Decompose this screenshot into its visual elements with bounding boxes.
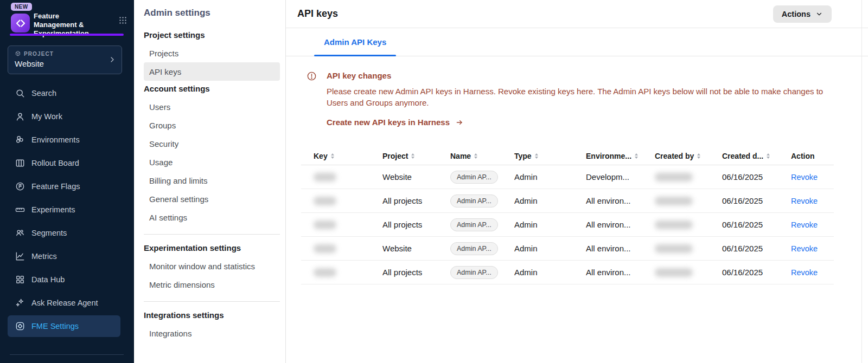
notice-title: API key changes <box>327 71 826 80</box>
sidebar-item[interactable]: My Work <box>8 106 120 127</box>
chevron-right-icon <box>108 55 117 64</box>
main-header: API keys Actions <box>286 0 868 28</box>
sidebar-item-label: Data Hub <box>31 275 65 284</box>
settings-nav-item[interactable]: Usage <box>144 153 280 171</box>
type-cell: Admin <box>514 268 586 277</box>
sidebar-item-icon <box>15 204 25 215</box>
split-logo-icon <box>11 14 30 33</box>
table-column-header[interactable]: Key <box>314 152 382 160</box>
sidebar-item-icon <box>15 321 25 332</box>
sort-icon <box>535 153 538 159</box>
settings-nav-item[interactable]: Monitor window and statistics <box>144 257 280 275</box>
sidebar-nav: Search My Work Environments Roll <box>0 82 134 339</box>
settings-nav-panel: Admin settings Project settings Projects… <box>134 0 286 363</box>
settings-nav-item[interactable]: Metric dimensions <box>144 275 280 294</box>
project-cell: All projects <box>382 220 450 229</box>
sidebar-item-label: My Work <box>31 112 62 121</box>
sidebar-item[interactable]: Metrics <box>8 245 120 267</box>
settings-nav-item[interactable]: General settings <box>144 190 280 208</box>
cube-icon <box>15 50 21 57</box>
sidebar-item-label: FME Settings <box>31 322 79 330</box>
sidebar-item-icon <box>15 158 25 168</box>
table-column-header[interactable]: Action <box>791 152 834 160</box>
main-content: API keys Actions Admin API Keys API key … <box>286 0 868 363</box>
redacted-created-by <box>655 221 693 229</box>
sidebar-item[interactable]: Search <box>8 82 120 104</box>
table-column-header[interactable]: Environme... <box>586 152 655 160</box>
environment-cell: All environ... <box>586 244 655 253</box>
settings-nav-item[interactable]: Security <box>144 134 280 153</box>
name-cell: Admin AP... <box>450 242 514 255</box>
revoke-link[interactable]: Revoke <box>791 173 818 182</box>
sort-icon <box>411 153 414 159</box>
brand-accent-bar <box>10 34 124 36</box>
sidebar-item[interactable]: Segments <box>8 222 120 244</box>
type-cell: Admin <box>514 196 586 205</box>
created-by-cell <box>655 173 722 182</box>
sidebar-item[interactable]: Ask Release Agent <box>8 292 120 314</box>
environment-cell: All environ... <box>586 196 655 205</box>
project-selector-value: Website <box>15 59 115 68</box>
created-by-cell <box>655 221 722 229</box>
type-cell: Admin <box>514 172 586 182</box>
app-launcher-icon[interactable] <box>118 16 127 25</box>
revoke-link[interactable]: Revoke <box>791 268 818 277</box>
created-date-cell: 06/16/2025 <box>722 196 791 205</box>
sidebar-item[interactable]: Experiments <box>8 199 120 221</box>
sidebar-item[interactable]: Environments <box>8 129 120 151</box>
table-row: All projects Admin AP... Admin All envir… <box>301 213 834 237</box>
table-column-header[interactable]: Type <box>514 152 586 160</box>
created-date-cell: 06/16/2025 <box>722 268 791 277</box>
table-column-header[interactable]: Created by <box>655 152 722 160</box>
name-cell: Admin AP... <box>450 218 514 231</box>
revoke-link[interactable]: Revoke <box>791 244 818 253</box>
name-pill: Admin AP... <box>450 242 498 255</box>
settings-section-integrations: Integrations settings Integrations <box>144 301 280 342</box>
redacted-created-by <box>655 244 693 253</box>
settings-section-project: Project settings Projects API keys <box>144 30 280 81</box>
table-column-header[interactable]: Created d... <box>722 152 791 160</box>
actions-button[interactable]: Actions <box>773 5 832 23</box>
settings-nav-item[interactable]: API keys <box>144 62 280 81</box>
created-date-cell: 06/16/2025 <box>722 220 791 229</box>
settings-section-header: Project settings <box>144 30 280 40</box>
sidebar-item-icon <box>15 134 25 145</box>
api-key-changes-notice: API key changes Please create new Admin … <box>307 70 834 127</box>
sort-icon <box>697 153 700 159</box>
sidebar-item-icon <box>15 228 25 238</box>
table-column-header[interactable]: Name <box>450 152 514 160</box>
sort-icon <box>767 153 770 159</box>
tab-admin-api-keys[interactable]: Admin API Keys <box>314 28 396 56</box>
sidebar-item[interactable]: FME Settings <box>8 315 120 337</box>
revoke-link[interactable]: Revoke <box>791 221 818 229</box>
key-cell <box>314 268 382 277</box>
created-date-cell: 06/16/2025 <box>722 172 791 182</box>
table-column-header[interactable]: Project <box>382 152 450 160</box>
sidebar-divider <box>10 354 124 355</box>
redacted-key <box>314 197 336 205</box>
table-row: All projects Admin AP... Admin All envir… <box>301 189 834 213</box>
settings-nav-item[interactable]: Users <box>144 98 280 116</box>
project-selector[interactable]: PROJECT Website <box>8 46 122 74</box>
settings-section-header: Integrations settings <box>144 310 280 320</box>
sort-icon <box>635 153 638 159</box>
settings-nav-item[interactable]: Billing and limits <box>144 171 280 190</box>
page-title: API keys <box>297 8 773 20</box>
sidebar-item[interactable]: Feature Flags <box>8 176 120 197</box>
environment-cell: All environ... <box>586 268 655 277</box>
created-by-cell <box>655 197 722 205</box>
revoke-link[interactable]: Revoke <box>791 197 818 205</box>
create-api-keys-link[interactable]: Create new API keys in Harness <box>327 118 464 127</box>
sidebar-item-icon <box>15 111 25 122</box>
settings-nav-item[interactable]: Groups <box>144 116 280 134</box>
project-cell: Website <box>382 172 450 182</box>
key-cell <box>314 197 382 205</box>
settings-nav-item[interactable]: Integrations <box>144 324 280 342</box>
sidebar-item-icon <box>15 274 25 285</box>
settings-nav-item[interactable]: Projects <box>144 44 280 62</box>
sidebar-item[interactable]: Data Hub <box>8 269 120 290</box>
settings-nav-item[interactable]: AI settings <box>144 208 280 226</box>
redacted-key <box>314 244 336 253</box>
key-cell <box>314 221 382 229</box>
sidebar-item[interactable]: Rollout Board <box>8 152 120 174</box>
